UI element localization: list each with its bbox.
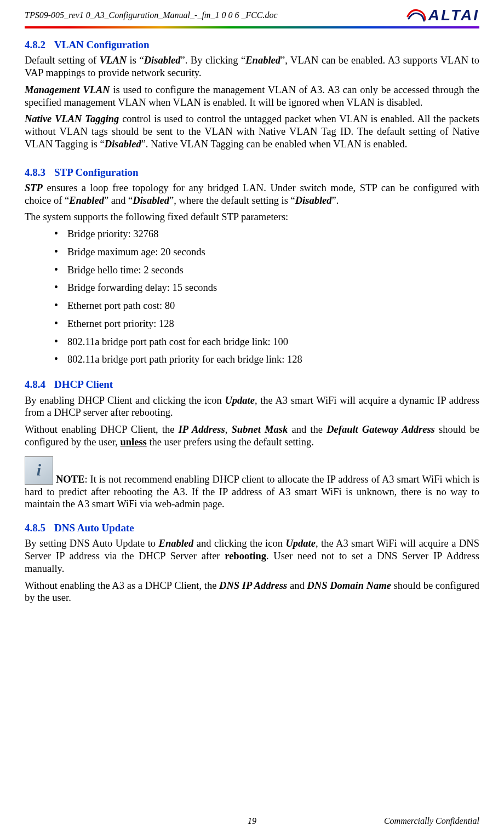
doc-title: TPS09-005_rev1 0_A3_Configuration_Manual… — [25, 10, 278, 20]
heading-num: 4.8.2 — [25, 39, 45, 50]
para-stp-intro: STP ensures a loop free topology for any… — [25, 182, 479, 207]
heading-num: 4.8.5 — [25, 522, 45, 534]
logo-swoosh-icon — [406, 5, 426, 25]
heading-num: 4.8.3 — [25, 167, 45, 178]
para-mgmt-vlan: Management VLAN is used to configure the… — [25, 84, 479, 109]
list-item: 802.11a bridge port path cost for each b… — [54, 336, 479, 348]
color-divider — [25, 26, 479, 28]
para-dns-without: Without enabling the A3 as a DHCP Client… — [25, 580, 479, 605]
heading-dhcp-client: 4.8.4DHCP Client — [25, 378, 479, 391]
page-footer: 19 Commercially Confidential — [25, 816, 479, 826]
list-item: Ethernet port priority: 128 — [54, 318, 479, 330]
para-dns-enable: By setting DNS Auto Update to Enabled an… — [25, 537, 479, 575]
heading-stp-config: 4.8.3STP Configuration — [25, 166, 479, 179]
para-vlan-default: Default setting of VLAN is “Disabled”. B… — [25, 54, 479, 79]
para-dhcp-enable: By enabling DHCP Client and clicking the… — [25, 394, 479, 420]
page-header: TPS09-005_rev1 0_A3_Configuration_Manual… — [25, 0, 479, 26]
list-item: Bridge forwarding delay: 15 seconds — [54, 282, 479, 294]
list-item: Bridge hello time: 2 seconds — [54, 264, 479, 277]
para-dhcp-without: Without enabling DHCP Client, the IP Add… — [25, 423, 479, 449]
logo-text: ALTAI — [428, 7, 479, 24]
list-item: 802.11a bridge port path priority for ea… — [54, 353, 479, 366]
heading-text: VLAN Configuration — [54, 39, 150, 50]
heading-text: STP Configuration — [54, 167, 139, 178]
heading-num: 4.8.4 — [25, 379, 45, 390]
heading-vlan-config: 4.8.2VLAN Configuration — [25, 38, 479, 51]
heading-text: DHCP Client — [54, 379, 113, 390]
stp-param-list: Bridge priority: 32768 Bridge maximum ag… — [25, 228, 479, 366]
para-native-vlan: Native VLAN Tagging control is used to c… — [25, 113, 479, 150]
list-item: Ethernet port path cost: 80 — [54, 300, 479, 312]
footer-right: Commercially Confidential — [384, 816, 479, 826]
page-number: 19 — [248, 816, 256, 826]
heading-text: DNS Auto Update — [54, 522, 134, 534]
logo: ALTAI — [406, 5, 479, 25]
para-stp-params: The system supports the following fixed … — [25, 211, 479, 223]
note-label: NOTE — [56, 474, 84, 485]
list-item: Bridge maximum age: 20 seconds — [54, 246, 479, 259]
page-content: 4.8.2VLAN Configuration Default setting … — [25, 38, 479, 604]
para-note: i NOTE: It is not recommend enabling DHC… — [25, 456, 479, 511]
list-item: Bridge priority: 32768 — [54, 228, 479, 240]
info-icon: i — [25, 456, 53, 485]
heading-dns-auto-update: 4.8.5DNS Auto Update — [25, 521, 479, 534]
